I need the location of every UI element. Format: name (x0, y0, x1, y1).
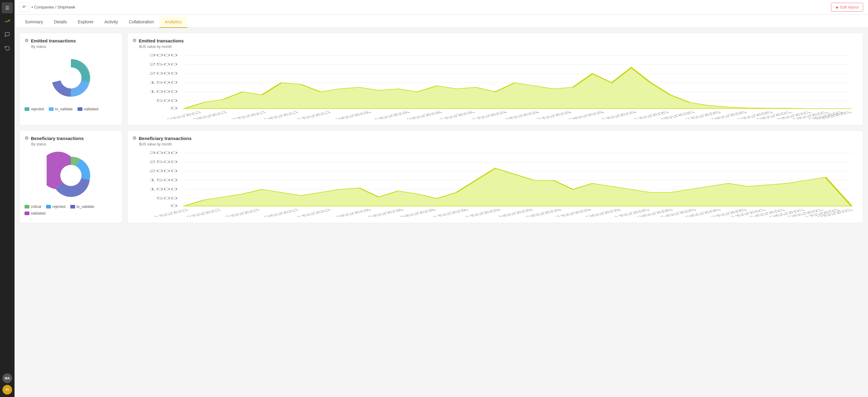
topbar: ▪ Companies / ShipHawk ◆ Edit layout (14, 0, 868, 14)
legend-dot-critical (25, 205, 29, 209)
beneficiary-area-chart: 3000 2500 2000 1500 1000 500 0 01/01/201… (132, 150, 858, 218)
legend-dot-rejected (25, 107, 29, 111)
legend-dot-beneficiary-rejected (46, 205, 51, 209)
tab-analytics[interactable]: Analytics (159, 17, 187, 28)
emitted-donut-title-icon: ⚙ (25, 38, 29, 43)
content-area: ⚙ Emitted transactions By status (14, 28, 868, 397)
beneficiary-donut-legend: critical rejected to_validate validated (25, 205, 117, 215)
emitted-donut-title: ⚙ Emitted transactions (25, 38, 117, 43)
svg-text:500: 500 (156, 99, 178, 102)
beneficiary-donut-title: ⚙ Beneficiary transactions (25, 135, 117, 141)
sidebar: ☰ MA Fl (0, 0, 14, 397)
emitted-donut-subtitle: By status (31, 44, 117, 49)
svg-text:2500: 2500 (149, 63, 178, 66)
tabs-bar: Summary Details Explorer Activity Collab… (14, 14, 868, 28)
svg-text:1000: 1000 (149, 188, 178, 191)
tab-activity[interactable]: Activity (99, 17, 123, 28)
tab-explorer[interactable]: Explorer (72, 17, 99, 28)
svg-text:3000: 3000 (149, 151, 178, 155)
avatar-ma[interactable]: MA (2, 373, 12, 383)
svg-text:1000: 1000 (149, 90, 178, 93)
beneficiary-donut-subtitle: By status (31, 142, 117, 146)
svg-point-41 (60, 165, 82, 186)
beneficiary-donut-title-icon: ⚙ (25, 135, 29, 141)
breadcrumb-current: ShipHawk (58, 5, 75, 9)
legend-validated: validated (78, 107, 98, 111)
beneficiary-area-card: ⚙ Beneficiary transactions $US value by … (127, 130, 863, 223)
avatar-fl[interactable]: Fl (2, 385, 12, 395)
emitted-donut-chart (25, 54, 117, 102)
legend-critical: critical (25, 205, 41, 209)
diamond-icon: ◆ (836, 5, 838, 9)
legend-beneficiary-to-validate: to_validate (70, 205, 94, 209)
tab-collaboration[interactable]: Collaboration (123, 17, 159, 28)
topbar-menu-button[interactable] (20, 2, 29, 12)
breadcrumb-companies[interactable]: Companies (34, 5, 54, 9)
legend-beneficiary-validated: validated (25, 211, 45, 215)
legend-rejected: rejected (25, 107, 44, 111)
svg-text:3000: 3000 (149, 54, 178, 57)
emitted-area-title: ⚙ Emitted transactions (132, 38, 858, 43)
svg-text:500: 500 (156, 197, 178, 200)
beneficiary-area-subtitle: $US value by month (139, 142, 858, 146)
svg-text:2000: 2000 (149, 72, 178, 75)
sidebar-bottom: MA Fl (2, 373, 12, 397)
tab-details[interactable]: Details (49, 17, 72, 28)
svg-point-2 (60, 67, 82, 89)
emitted-donut-legend: rejected to_validate validated (25, 107, 117, 111)
legend-dot-validated (78, 107, 83, 111)
legend-dot-to-validate (49, 107, 54, 111)
legend-dot-beneficiary-to-validate (70, 205, 75, 209)
sidebar-icon-trend[interactable] (2, 16, 13, 27)
beneficiary-donut-card: ⚙ Beneficiary transactions By status (20, 130, 122, 223)
menu-icon: ☰ (5, 5, 9, 10)
sidebar-icon-history[interactable] (2, 42, 13, 53)
tab-summary[interactable]: Summary (20, 17, 49, 28)
sidebar-menu-button[interactable]: ☰ (2, 2, 13, 13)
svg-text:0: 0 (170, 204, 178, 208)
legend-to-validate: to_validate (49, 107, 73, 111)
legend-dot-beneficiary-validated (25, 212, 29, 215)
svg-text:07/01/2017: 07/01/2017 (219, 209, 263, 217)
svg-text:1500: 1500 (149, 81, 178, 84)
main-area: ▪ Companies / ShipHawk ◆ Edit layout Sum… (14, 0, 868, 397)
breadcrumb: ▪ Companies / ShipHawk (32, 5, 75, 9)
emitted-area-card: ⚙ Emitted transactions $US value by mont… (127, 33, 863, 125)
svg-text:0: 0 (170, 107, 178, 110)
edit-layout-button[interactable]: ◆ Edit layout (831, 3, 863, 11)
beneficiary-area-title: ⚙ Beneficiary transactions (132, 135, 858, 141)
breadcrumb-icon: ▪ (32, 5, 33, 9)
svg-text:1500: 1500 (149, 179, 178, 182)
svg-text:2000: 2000 (149, 170, 178, 173)
beneficiary-donut-chart (25, 151, 117, 200)
beneficiary-area-title-icon: ⚙ (132, 135, 136, 141)
emitted-area-chart: 3000 2500 2000 1500 1000 500 0 02/01/201… (132, 53, 858, 120)
svg-text:03/01/2018: 03/01/2018 (329, 111, 374, 119)
sidebar-icon-comment[interactable] (2, 29, 13, 40)
emitted-area-title-icon: ⚙ (132, 38, 136, 43)
legend-beneficiary-rejected: rejected (46, 205, 65, 209)
emitted-area-subtitle: $US value by month (139, 44, 858, 49)
breadcrumb-separator: / (55, 5, 56, 9)
emitted-donut-card: ⚙ Emitted transactions By status (20, 33, 122, 125)
charts-grid: ⚙ Emitted transactions By status (20, 33, 863, 223)
svg-text:2500: 2500 (149, 160, 178, 164)
